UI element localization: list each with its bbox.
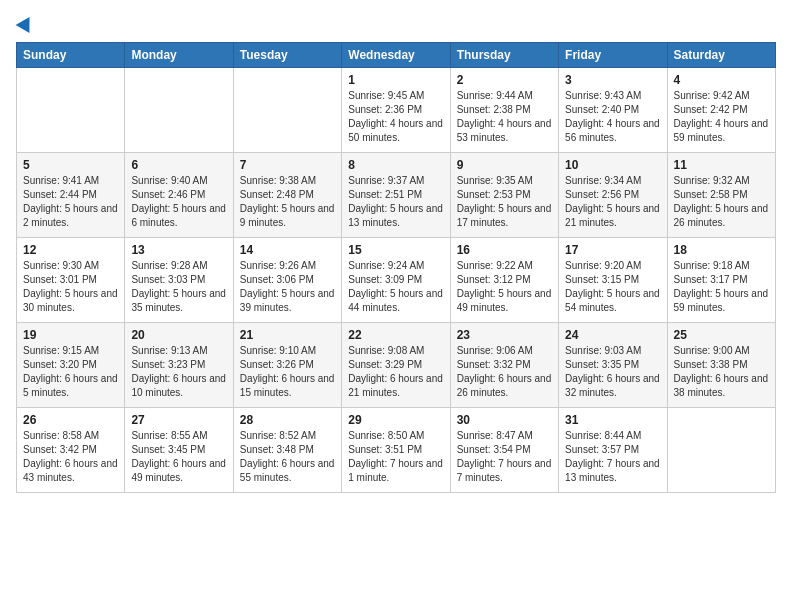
day-number: 17 [565,243,660,257]
day-info: Sunrise: 8:47 AM Sunset: 3:54 PM Dayligh… [457,429,552,485]
calendar-week-row: 26Sunrise: 8:58 AM Sunset: 3:42 PM Dayli… [17,408,776,493]
day-info: Sunrise: 9:40 AM Sunset: 2:46 PM Dayligh… [131,174,226,230]
day-number: 22 [348,328,443,342]
calendar-cell: 23Sunrise: 9:06 AM Sunset: 3:32 PM Dayli… [450,323,558,408]
calendar-cell: 28Sunrise: 8:52 AM Sunset: 3:48 PM Dayli… [233,408,341,493]
day-number: 12 [23,243,118,257]
calendar-cell: 14Sunrise: 9:26 AM Sunset: 3:06 PM Dayli… [233,238,341,323]
calendar-cell: 31Sunrise: 8:44 AM Sunset: 3:57 PM Dayli… [559,408,667,493]
day-info: Sunrise: 8:55 AM Sunset: 3:45 PM Dayligh… [131,429,226,485]
day-info: Sunrise: 9:06 AM Sunset: 3:32 PM Dayligh… [457,344,552,400]
day-info: Sunrise: 8:52 AM Sunset: 3:48 PM Dayligh… [240,429,335,485]
day-number: 8 [348,158,443,172]
day-number: 31 [565,413,660,427]
day-info: Sunrise: 8:44 AM Sunset: 3:57 PM Dayligh… [565,429,660,485]
day-number: 2 [457,73,552,87]
day-number: 20 [131,328,226,342]
calendar-cell: 26Sunrise: 8:58 AM Sunset: 3:42 PM Dayli… [17,408,125,493]
day-info: Sunrise: 9:42 AM Sunset: 2:42 PM Dayligh… [674,89,769,145]
calendar-cell: 25Sunrise: 9:00 AM Sunset: 3:38 PM Dayli… [667,323,775,408]
day-info: Sunrise: 9:24 AM Sunset: 3:09 PM Dayligh… [348,259,443,315]
day-info: Sunrise: 8:50 AM Sunset: 3:51 PM Dayligh… [348,429,443,485]
day-info: Sunrise: 9:37 AM Sunset: 2:51 PM Dayligh… [348,174,443,230]
calendar-cell: 17Sunrise: 9:20 AM Sunset: 3:15 PM Dayli… [559,238,667,323]
day-info: Sunrise: 8:58 AM Sunset: 3:42 PM Dayligh… [23,429,118,485]
day-number: 11 [674,158,769,172]
logo [16,16,34,30]
calendar-cell: 10Sunrise: 9:34 AM Sunset: 2:56 PM Dayli… [559,153,667,238]
day-info: Sunrise: 9:35 AM Sunset: 2:53 PM Dayligh… [457,174,552,230]
day-info: Sunrise: 9:00 AM Sunset: 3:38 PM Dayligh… [674,344,769,400]
weekday-header-wednesday: Wednesday [342,43,450,68]
calendar-cell: 4Sunrise: 9:42 AM Sunset: 2:42 PM Daylig… [667,68,775,153]
calendar-cell [667,408,775,493]
weekday-header-tuesday: Tuesday [233,43,341,68]
day-number: 6 [131,158,226,172]
day-info: Sunrise: 9:34 AM Sunset: 2:56 PM Dayligh… [565,174,660,230]
calendar-cell [17,68,125,153]
day-info: Sunrise: 9:44 AM Sunset: 2:38 PM Dayligh… [457,89,552,145]
calendar-cell: 27Sunrise: 8:55 AM Sunset: 3:45 PM Dayli… [125,408,233,493]
calendar-cell: 15Sunrise: 9:24 AM Sunset: 3:09 PM Dayli… [342,238,450,323]
calendar-cell: 18Sunrise: 9:18 AM Sunset: 3:17 PM Dayli… [667,238,775,323]
calendar-week-row: 1Sunrise: 9:45 AM Sunset: 2:36 PM Daylig… [17,68,776,153]
day-number: 14 [240,243,335,257]
calendar-cell: 9Sunrise: 9:35 AM Sunset: 2:53 PM Daylig… [450,153,558,238]
day-number: 27 [131,413,226,427]
calendar-cell: 2Sunrise: 9:44 AM Sunset: 2:38 PM Daylig… [450,68,558,153]
calendar-cell [125,68,233,153]
page-header [16,16,776,30]
day-number: 30 [457,413,552,427]
day-info: Sunrise: 9:10 AM Sunset: 3:26 PM Dayligh… [240,344,335,400]
day-number: 7 [240,158,335,172]
calendar-week-row: 19Sunrise: 9:15 AM Sunset: 3:20 PM Dayli… [17,323,776,408]
day-number: 1 [348,73,443,87]
day-number: 24 [565,328,660,342]
calendar-cell: 24Sunrise: 9:03 AM Sunset: 3:35 PM Dayli… [559,323,667,408]
day-number: 23 [457,328,552,342]
calendar-cell: 5Sunrise: 9:41 AM Sunset: 2:44 PM Daylig… [17,153,125,238]
day-info: Sunrise: 9:45 AM Sunset: 2:36 PM Dayligh… [348,89,443,145]
calendar-cell: 20Sunrise: 9:13 AM Sunset: 3:23 PM Dayli… [125,323,233,408]
calendar-cell: 13Sunrise: 9:28 AM Sunset: 3:03 PM Dayli… [125,238,233,323]
calendar-week-row: 5Sunrise: 9:41 AM Sunset: 2:44 PM Daylig… [17,153,776,238]
calendar-header-row: SundayMondayTuesdayWednesdayThursdayFrid… [17,43,776,68]
day-number: 18 [674,243,769,257]
calendar-cell: 7Sunrise: 9:38 AM Sunset: 2:48 PM Daylig… [233,153,341,238]
day-info: Sunrise: 9:30 AM Sunset: 3:01 PM Dayligh… [23,259,118,315]
calendar-cell: 30Sunrise: 8:47 AM Sunset: 3:54 PM Dayli… [450,408,558,493]
calendar-cell: 22Sunrise: 9:08 AM Sunset: 3:29 PM Dayli… [342,323,450,408]
weekday-header-thursday: Thursday [450,43,558,68]
weekday-header-sunday: Sunday [17,43,125,68]
day-info: Sunrise: 9:03 AM Sunset: 3:35 PM Dayligh… [565,344,660,400]
day-number: 9 [457,158,552,172]
calendar-week-row: 12Sunrise: 9:30 AM Sunset: 3:01 PM Dayli… [17,238,776,323]
day-info: Sunrise: 9:20 AM Sunset: 3:15 PM Dayligh… [565,259,660,315]
calendar-cell: 21Sunrise: 9:10 AM Sunset: 3:26 PM Dayli… [233,323,341,408]
weekday-header-friday: Friday [559,43,667,68]
day-number: 29 [348,413,443,427]
calendar-cell: 29Sunrise: 8:50 AM Sunset: 3:51 PM Dayli… [342,408,450,493]
day-number: 5 [23,158,118,172]
day-number: 13 [131,243,226,257]
day-info: Sunrise: 9:32 AM Sunset: 2:58 PM Dayligh… [674,174,769,230]
day-number: 15 [348,243,443,257]
day-info: Sunrise: 9:08 AM Sunset: 3:29 PM Dayligh… [348,344,443,400]
day-info: Sunrise: 9:22 AM Sunset: 3:12 PM Dayligh… [457,259,552,315]
day-number: 19 [23,328,118,342]
calendar-cell: 6Sunrise: 9:40 AM Sunset: 2:46 PM Daylig… [125,153,233,238]
day-info: Sunrise: 9:43 AM Sunset: 2:40 PM Dayligh… [565,89,660,145]
calendar-cell [233,68,341,153]
calendar-cell: 8Sunrise: 9:37 AM Sunset: 2:51 PM Daylig… [342,153,450,238]
day-number: 28 [240,413,335,427]
day-number: 16 [457,243,552,257]
calendar-cell: 19Sunrise: 9:15 AM Sunset: 3:20 PM Dayli… [17,323,125,408]
day-info: Sunrise: 9:28 AM Sunset: 3:03 PM Dayligh… [131,259,226,315]
day-number: 10 [565,158,660,172]
day-info: Sunrise: 9:13 AM Sunset: 3:23 PM Dayligh… [131,344,226,400]
day-number: 25 [674,328,769,342]
day-number: 4 [674,73,769,87]
calendar-cell: 1Sunrise: 9:45 AM Sunset: 2:36 PM Daylig… [342,68,450,153]
calendar-cell: 11Sunrise: 9:32 AM Sunset: 2:58 PM Dayli… [667,153,775,238]
day-number: 21 [240,328,335,342]
